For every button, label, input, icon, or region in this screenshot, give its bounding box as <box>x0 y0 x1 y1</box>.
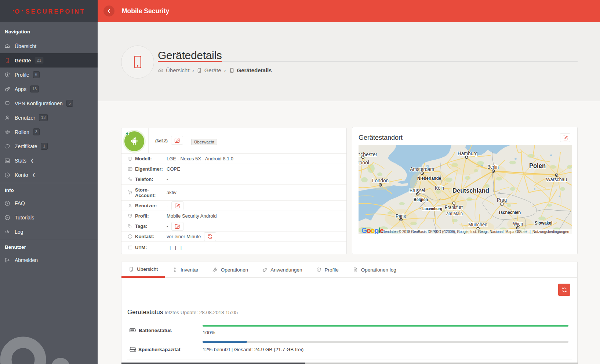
svg-text:Tschechien: Tschechien <box>498 210 521 215</box>
svg-text:Niederlande: Niederlande <box>417 175 441 181</box>
svg-text:Deutschland: Deutschland <box>452 187 489 194</box>
svg-text:Wien: Wien <box>513 221 523 227</box>
svg-text:|: | <box>530 229 531 234</box>
svg-text:Belgien: Belgien <box>414 197 428 202</box>
svg-text:Warschau: Warschau <box>546 176 567 182</box>
svg-text:Liverpool: Liverpool <box>359 160 369 165</box>
svg-text:München: München <box>468 222 487 228</box>
svg-text:Polen: Polen <box>529 162 546 170</box>
svg-text:London: London <box>372 178 389 183</box>
svg-text:Slowakei: Slowakei <box>535 220 552 226</box>
svg-text:Prag: Prag <box>497 197 507 203</box>
svg-text:am Main: am Main <box>446 211 463 216</box>
svg-text:Frankfurt: Frankfurt <box>445 204 463 210</box>
svg-text:Manchester: Manchester <box>359 152 377 157</box>
svg-text:Berlin: Berlin <box>487 164 499 170</box>
svg-text:Hamburg: Hamburg <box>458 150 478 156</box>
svg-text:Köln: Köln <box>435 185 444 191</box>
svg-text:Nutzungsbedingungen: Nutzungsbedingungen <box>532 229 569 234</box>
svg-text:Kartendaten © 2018 GeoBasis-DE: Kartendaten © 2018 GeoBasis-DE/BKG (©200… <box>378 229 527 234</box>
svg-text:Luxemburg: Luxemburg <box>422 206 442 211</box>
svg-text:Amsterdam: Amsterdam <box>410 166 434 172</box>
